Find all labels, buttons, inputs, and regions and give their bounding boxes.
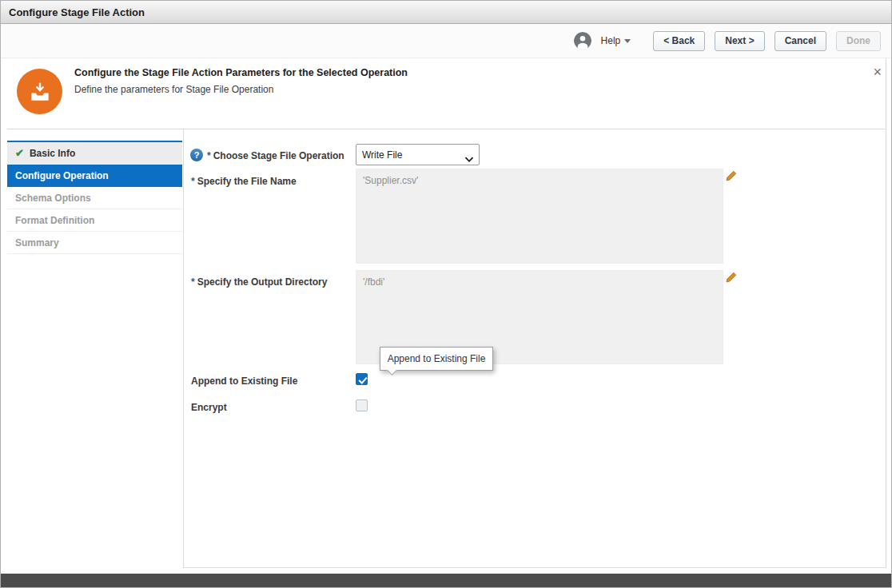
- required-asterisk: *: [207, 150, 211, 161]
- step-label: Format Definition: [15, 215, 94, 226]
- toolbar: Help < Back Next > Cancel Done: [1, 24, 891, 58]
- file-name-label-text: Specify the File Name: [197, 176, 297, 187]
- dialog-header-text: Configure the Stage File Action Paramete…: [74, 67, 408, 95]
- footer-bar: [1, 574, 891, 587]
- step-label: Summary: [15, 237, 59, 248]
- step-label: Basic Info: [30, 148, 75, 159]
- dialog-subtitle: Define the parameters for Stage File Ope…: [74, 84, 408, 95]
- edit-pencil-icon[interactable]: [726, 272, 737, 286]
- sidebar-item-configure-operation[interactable]: Configure Operation: [7, 165, 182, 187]
- page-title: Configure Stage File Action: [9, 6, 145, 18]
- required-asterisk: *: [191, 176, 195, 187]
- append-tooltip: Append to Existing File: [380, 347, 493, 371]
- required-asterisk: *: [191, 276, 195, 288]
- panel-right-border: [886, 58, 886, 568]
- check-icon: ✔: [15, 147, 24, 159]
- wizard-steps-sidebar: ✔ Basic Info Configure Operation Schema …: [7, 141, 182, 254]
- operation-label: *Choose Stage File Operation: [207, 150, 344, 161]
- dialog-header: Configure the Stage File Action Paramete…: [1, 58, 891, 129]
- window-titlebar: Configure Stage File Action: [1, 1, 891, 24]
- append-checkbox[interactable]: [356, 373, 368, 385]
- operation-label-text: Choose Stage File Operation: [213, 150, 344, 161]
- append-label: Append to Existing File: [191, 375, 297, 387]
- output-directory-label-text: Specify the Output Directory: [197, 276, 328, 288]
- help-circle-icon[interactable]: ?: [190, 149, 203, 161]
- help-label: Help: [601, 35, 621, 46]
- cancel-button[interactable]: Cancel: [775, 31, 826, 51]
- tooltip-text: Append to Existing File: [388, 353, 486, 364]
- file-name-label: *Specify the File Name: [191, 176, 297, 187]
- sidebar-item-format-definition[interactable]: Format Definition: [7, 209, 182, 232]
- step-label: Schema Options: [15, 193, 91, 204]
- close-icon[interactable]: ×: [873, 65, 882, 79]
- form-panel: ? *Choose Stage File Operation Write Fil…: [183, 129, 886, 568]
- configure-stage-file-action-window: Configure Stage File Action Help < Back …: [0, 0, 892, 588]
- sidebar-item-summary[interactable]: Summary: [7, 232, 182, 254]
- sidebar-item-basic-info[interactable]: ✔ Basic Info: [7, 142, 182, 165]
- stage-file-operation-select[interactable]: Write File: [356, 144, 480, 165]
- help-menu[interactable]: Help: [601, 35, 631, 46]
- step-label: Configure Operation: [15, 170, 109, 181]
- back-button[interactable]: < Back: [653, 31, 705, 51]
- operation-select-wrap: Write File: [356, 144, 480, 165]
- dialog-title: Configure the Stage File Action Paramete…: [74, 67, 408, 78]
- sidebar-item-schema-options[interactable]: Schema Options: [7, 187, 182, 209]
- done-button[interactable]: Done: [836, 31, 881, 51]
- chevron-down-icon: [624, 39, 631, 43]
- output-directory-label: *Specify the Output Directory: [191, 276, 327, 288]
- user-icon[interactable]: [574, 32, 591, 50]
- edit-pencil-icon[interactable]: [726, 170, 737, 185]
- encrypt-checkbox[interactable]: [356, 399, 368, 411]
- file-name-input[interactable]: 'Supplier.csv': [356, 169, 723, 264]
- next-button[interactable]: Next >: [715, 31, 764, 51]
- stage-file-icon: [17, 69, 62, 114]
- encrypt-label: Encrypt: [191, 402, 227, 413]
